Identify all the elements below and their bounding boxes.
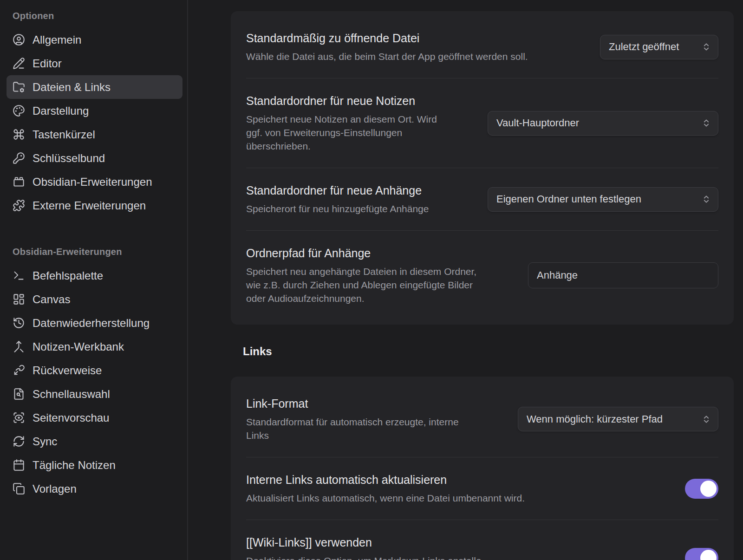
calendar-icon [13,459,25,471]
sidebar-item-label: Rückverweise [33,364,102,377]
standardmassig-zu-offnende-datei-select[interactable]: Zuletzt geöffnet [600,35,718,59]
toy-brick-icon [13,176,25,188]
command-icon [13,128,25,141]
sidebar-item-label: Tägliche Notizen [33,459,116,472]
sidebar-item-editor[interactable]: Editor [7,52,182,75]
setting-title: Ordnerpfad für Anhänge [246,246,476,260]
palette-icon [13,104,25,117]
setting-title: [[Wiki-Links]] verwenden [246,535,482,550]
sidebar-item-label: Externe Erweiterungen [33,199,146,212]
sidebar-section-header: Optionen [0,10,187,21]
setting-title: Standardordner für neue Notizen [246,93,437,108]
wiki-links-verwenden-toggle[interactable] [685,548,718,560]
setting-row-ordnerpfad-fur-anhange: Ordnerpfad für AnhängeSpeichert neu ange… [246,230,718,320]
section-heading: Links [231,345,734,358]
setting-description: Aktualisiert Links automatisch, wenn ein… [246,491,525,505]
standardordner-fur-neue-anhange-select[interactable]: Eigenen Ordner unten festlegen [488,187,718,212]
sidebar-item-label: Vorlagen [33,482,77,495]
setting-info: Standardmäßig zu öffnende DateiWähle die… [246,31,528,63]
toggle-knob [700,481,717,497]
sidebar-item-schlusselbund[interactable]: Schlüsselbund [7,146,182,170]
sidebar-item-label: Sync [33,435,57,448]
chevrons-up-down-icon [702,42,711,52]
setting-row-standardordner-fur-neue-anhange: Standardordner für neue AnhängeSpeichero… [246,168,718,230]
setting-row-link-format: Link-FormatStandardformat für automatisc… [246,381,718,457]
standardordner-fur-neue-notizen-select[interactable]: Vault-Hauptordner [488,111,718,136]
setting-description: Speicherort für neu hinzugefügte Anhänge [246,202,429,215]
sidebar-item-label: Dateien & Links [33,81,111,94]
setting-row-interne-links-automatisch-aktualisieren: Interne Links automatisch aktualisierenA… [246,457,718,520]
sidebar-item-vorlagen[interactable]: Vorlagen [7,477,182,501]
setting-info: Ordnerpfad für AnhängeSpeichert neu ange… [246,246,476,305]
select-value: Wenn möglich: kürzester Pfad [527,413,663,425]
sidebar-item-notizen-werkbank[interactable]: Notizen-Werkbank [7,335,182,358]
sidebar-item-tagliche-notizen[interactable]: Tägliche Notizen [7,453,182,477]
sidebar-item-canvas[interactable]: Canvas [7,287,182,311]
interne-links-automatisch-aktualisieren-toggle[interactable] [685,479,718,499]
setting-description: Speichert neue Notizen an diesem Ort. Wi… [246,112,437,153]
sidebar-item-label: Datenwiederherstellung [33,317,150,330]
toggle-knob [700,550,717,560]
obsidian-settings-window: OptionenAllgemeinEditorDateien & LinksDa… [0,0,743,560]
setting-info: [[Wiki-Links]] verwendenDeaktiviere dies… [246,535,482,560]
setting-title: Link-Format [246,396,459,411]
sidebar-item-label: Befehlspalette [33,269,103,282]
setting-description: Wähle die Datei aus, die beim Start der … [246,50,528,63]
sidebar-item-label: Obsidian-Erweiterungen [33,176,152,189]
setting-row-standardmassig-zu-offnende-datei: Standardmäßig zu öffnende DateiWähle die… [246,16,718,78]
key-round-icon [13,152,25,164]
sidebar-item-label: Darstellung [33,104,89,117]
sidebar-item-schnellauswahl[interactable]: Schnellauswahl [7,382,182,406]
sidebar-item-befehlspalette[interactable]: Befehlspalette [7,264,182,287]
sidebar-item-obsidian-erweiterungen[interactable]: Obsidian-Erweiterungen [7,170,182,194]
setting-row-standardordner-fur-neue-notizen: Standardordner für neue NotizenSpeichert… [246,78,718,168]
scan-eye-icon [13,411,25,424]
sidebar-item-seitenvorschau[interactable]: Seitenvorschau [7,406,182,430]
sidebar-section-header: Obsidian-Erweiterungen [0,246,187,257]
puzzle-icon [13,199,25,212]
links-coming-in-icon [13,364,25,377]
sidebar-item-dateien-links[interactable]: Dateien & Links [7,75,182,99]
setting-info: Link-FormatStandardformat für automatisc… [246,396,459,442]
copy-icon [13,482,25,495]
setting-title: Standardmäßig zu öffnende Datei [246,31,528,46]
refresh-cw-icon [13,435,25,448]
setting-description: Deaktiviere diese Option, um Markdown-Li… [246,554,482,560]
terminal-icon [13,269,25,282]
sidebar-item-datenwiederherstellung[interactable]: Datenwiederherstellung [7,311,182,335]
settings-card: Standardmäßig zu öffnende DateiWähle die… [231,11,734,325]
settings-card: Link-FormatStandardformat für automatisc… [231,377,734,560]
sidebar-item-sync[interactable]: Sync [7,430,182,453]
setting-description: Standardformat für automatisch erzeugte,… [246,415,459,442]
file-search-icon [13,388,25,400]
history-icon [13,317,25,329]
setting-description: Speichert neu angehängte Dateien in dies… [246,265,476,305]
sidebar-item-externe-erweiterungen[interactable]: Externe Erweiterungen [7,194,182,217]
setting-info: Standardordner für neue AnhängeSpeichero… [246,183,429,215]
merge-icon [13,340,25,353]
setting-title: Interne Links automatisch aktualisieren [246,472,525,487]
select-value: Eigenen Ordner unten festlegen [496,193,641,205]
sidebar-item-label: Schnellauswahl [33,388,110,401]
sidebar-item-darstellung[interactable]: Darstellung [7,99,182,123]
sidebar-item-label: Canvas [33,293,70,306]
link-format-select[interactable]: Wenn möglich: kürzester Pfad [518,407,718,431]
sidebar-item-label: Schlüsselbund [33,152,105,165]
chevrons-up-down-icon [702,195,711,204]
settings-content: Standardmäßig zu öffnende DateiWähle die… [188,0,743,560]
user-circle-icon [13,33,25,46]
folder-cog-icon [13,81,25,93]
sidebar-item-tastenkurzel[interactable]: Tastenkürzel [7,123,182,146]
sidebar-item-allgemein[interactable]: Allgemein [7,28,182,52]
chevrons-up-down-icon [702,118,711,128]
setting-info: Standardordner für neue NotizenSpeichert… [246,93,437,153]
setting-title: Standardordner für neue Anhänge [246,183,429,198]
sidebar-item-ruckverweise[interactable]: Rückverweise [7,358,182,382]
sidebar-item-label: Editor [33,57,62,70]
ordnerpfad-fur-anhange-input[interactable] [528,262,718,288]
pencil-line-icon [13,57,25,70]
settings-sidebar: OptionenAllgemeinEditorDateien & LinksDa… [0,0,188,560]
sidebar-item-label: Notizen-Werkbank [33,340,124,353]
select-value: Zuletzt geöffnet [609,41,679,53]
sidebar-item-label: Seitenvorschau [33,411,109,424]
